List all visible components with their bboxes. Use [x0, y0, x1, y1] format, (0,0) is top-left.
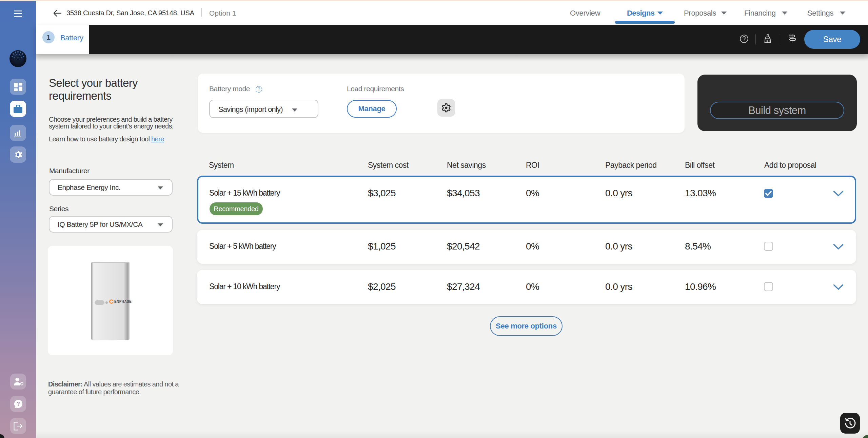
svg-text:?: ?: [17, 401, 20, 407]
